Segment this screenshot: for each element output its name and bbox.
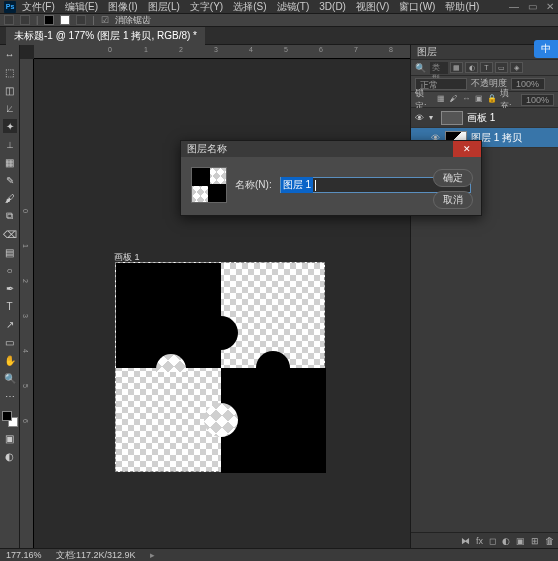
current-tool-icon[interactable]	[20, 15, 30, 25]
menubar: Ps 文件(F) 编辑(E) 图像(I) 图层(L) 文字(Y) 选择(S) 滤…	[0, 0, 558, 14]
fill-input[interactable]: 100%	[521, 94, 554, 106]
fill-swatch[interactable]	[44, 15, 54, 25]
stamp-tool-icon[interactable]: ⧉	[3, 209, 17, 223]
layer-style-icon[interactable]: fx	[476, 536, 483, 546]
more-tools-icon[interactable]: ⋯	[3, 389, 17, 403]
menu-3d[interactable]: 3D(D)	[315, 0, 350, 13]
pen-tool-icon[interactable]: ✒	[3, 281, 17, 295]
blur-tool-icon[interactable]: ○	[3, 263, 17, 277]
layer-name[interactable]: 画板 1	[467, 111, 556, 125]
filter-shape-icon[interactable]: ▭	[495, 62, 508, 73]
disclosure-icon[interactable]: ▾	[429, 113, 437, 122]
canvas-area: 0 1 2 3 4 5 6 7 8 0 1 2 3 4 5 6 画板 1	[20, 45, 410, 548]
document-tab-bar: 未标题-1 @ 177% (图层 1 拷贝, RGB/8) *	[0, 27, 558, 45]
artboard-label[interactable]: 画板 1	[114, 251, 140, 264]
artboard-tool-icon[interactable]: ⬚	[3, 65, 17, 79]
layer-mask-icon[interactable]: ◻	[489, 536, 496, 546]
lock-all-icon[interactable]: 🔒	[487, 94, 497, 105]
doc-size-display[interactable]: 文档:117.2K/312.9K	[56, 549, 136, 562]
crop-tool-icon[interactable]: ⟂	[3, 137, 17, 151]
foreground-color[interactable]	[2, 411, 12, 421]
menu-file[interactable]: 文件(F)	[18, 0, 59, 15]
ok-button[interactable]: 确定	[433, 169, 473, 187]
menu-image[interactable]: 图像(I)	[104, 0, 141, 15]
lock-pixels-icon[interactable]: 🖌	[449, 94, 459, 105]
zoom-display[interactable]: 177.16%	[6, 550, 42, 560]
filter-adjust-icon[interactable]: ◐	[465, 62, 478, 73]
lock-position-icon[interactable]: ↔	[462, 94, 472, 105]
layers-panel-footer: ⧓ fx ◻ ◐ ▣ ⊞ 🗑	[411, 532, 558, 548]
zoom-tool-icon[interactable]: 🔍	[3, 371, 17, 385]
menu-layer[interactable]: 图层(L)	[144, 0, 184, 15]
group-icon[interactable]: ▣	[516, 536, 525, 546]
antialias-label: 消除锯齿	[115, 14, 151, 27]
eraser-tool-icon[interactable]: ⌫	[3, 227, 17, 241]
restore-icon[interactable]: ▭	[526, 1, 538, 12]
wand-tool-icon[interactable]: ✦	[3, 119, 17, 133]
hand-tool-icon[interactable]: ✋	[3, 353, 17, 367]
home-icon[interactable]	[4, 15, 14, 25]
minimize-icon[interactable]: —	[508, 1, 520, 12]
close-icon[interactable]: ✕	[453, 141, 481, 157]
move-tool-icon[interactable]: ↔	[3, 47, 17, 61]
layer-row-artboard[interactable]: 👁 ▾ 画板 1	[411, 108, 558, 128]
puzzle-piece-top-left	[116, 263, 221, 368]
layer-thumbnail[interactable]	[441, 111, 463, 125]
delete-layer-icon[interactable]: 🗑	[545, 536, 554, 546]
status-bar: 177.16% 文档:117.2K/312.9K ▸	[0, 548, 558, 561]
ruler-horizontal: 0 1 2 3 4 5 6 7 8	[34, 45, 410, 59]
filter-smart-icon[interactable]: ◈	[510, 62, 523, 73]
close-window-icon[interactable]: ✕	[544, 1, 556, 12]
mode-icon[interactable]	[76, 15, 86, 25]
lock-artboard-icon[interactable]: ▣	[474, 94, 484, 105]
marquee-tool-icon[interactable]: ◫	[3, 83, 17, 97]
path-tool-icon[interactable]: ↗	[3, 317, 17, 331]
search-icon[interactable]: 🔍	[415, 63, 426, 73]
options-bar: | | ☑ 消除锯齿	[0, 14, 558, 27]
filter-type-icon[interactable]: T	[480, 62, 493, 73]
bg-swatch[interactable]	[60, 15, 70, 25]
layer-lock-row: 锁定: ▦ 🖌 ↔ ▣ 🔒 填充: 100%	[411, 92, 558, 108]
lock-transparent-icon[interactable]: ▦	[436, 94, 446, 105]
artboard[interactable]	[115, 262, 325, 472]
shape-tool-icon[interactable]: ▭	[3, 335, 17, 349]
visibility-icon[interactable]: 👁	[413, 113, 425, 123]
quickmask-icon[interactable]: ◐	[3, 449, 17, 463]
ime-badge[interactable]: 中	[534, 40, 558, 58]
puzzle-piece-bottom-right	[221, 368, 326, 473]
adjustment-layer-icon[interactable]: ◐	[502, 536, 510, 546]
cancel-button[interactable]: 取消	[433, 191, 473, 209]
main-area: ↔ ⬚ ◫ ⟀ ✦ ⟂ ▦ ✎ 🖌 ⧉ ⌫ ▤ ○ ✒ T ↗ ▭ ✋ 🔍 ⋯ …	[0, 45, 558, 548]
filter-kind-dropdown[interactable]: 类型	[430, 62, 448, 74]
menu-select[interactable]: 选择(S)	[229, 0, 270, 15]
dialog-titlebar[interactable]: 图层名称 ✕	[181, 141, 481, 157]
app-logo-icon: Ps	[4, 1, 16, 13]
ruler-vertical: 0 1 2 3 4 5 6	[20, 59, 34, 548]
link-layers-icon[interactable]: ⧓	[461, 536, 470, 546]
menu-window[interactable]: 窗口(W)	[395, 0, 439, 15]
menu-edit[interactable]: 编辑(E)	[61, 0, 102, 15]
rename-layer-dialog: 图层名称 ✕ 名称(N): 图层 1 确定 取消	[180, 140, 482, 216]
menu-filter[interactable]: 滤镜(T)	[273, 0, 314, 15]
brush-tool-icon[interactable]: 🖌	[3, 191, 17, 205]
new-layer-icon[interactable]: ⊞	[531, 536, 539, 546]
document-tab[interactable]: 未标题-1 @ 177% (图层 1 拷贝, RGB/8) *	[6, 27, 205, 45]
name-field-label: 名称(N):	[235, 178, 272, 192]
lasso-tool-icon[interactable]: ⟀	[3, 101, 17, 115]
layer-name[interactable]: 图层 1 拷贝	[471, 131, 556, 145]
dialog-title: 图层名称	[187, 142, 227, 156]
menu-help[interactable]: 帮助(H)	[441, 0, 483, 15]
filter-pixel-icon[interactable]: ▦	[450, 62, 463, 73]
color-swatches[interactable]	[2, 411, 18, 427]
gradient-tool-icon[interactable]: ▤	[3, 245, 17, 259]
window-controls: — ▭ ✕	[508, 1, 556, 12]
frame-tool-icon[interactable]: ▦	[3, 155, 17, 169]
type-tool-icon[interactable]: T	[3, 299, 17, 313]
right-panels: 图层 🔍 类型 ▦ ◐ T ▭ ◈ 正常 不透明度 100% 锁定: ▦ 🖌 ↔…	[410, 45, 558, 548]
tool-palette: ↔ ⬚ ◫ ⟀ ✦ ⟂ ▦ ✎ 🖌 ⧉ ⌫ ▤ ○ ✒ T ↗ ▭ ✋ 🔍 ⋯ …	[0, 45, 20, 548]
eyedropper-tool-icon[interactable]: ✎	[3, 173, 17, 187]
screen-mode-icon[interactable]: ▣	[3, 431, 17, 445]
menu-type[interactable]: 文字(Y)	[186, 0, 227, 15]
layer-filter-row: 🔍 类型 ▦ ◐ T ▭ ◈	[411, 60, 558, 76]
menu-view[interactable]: 视图(V)	[352, 0, 393, 15]
